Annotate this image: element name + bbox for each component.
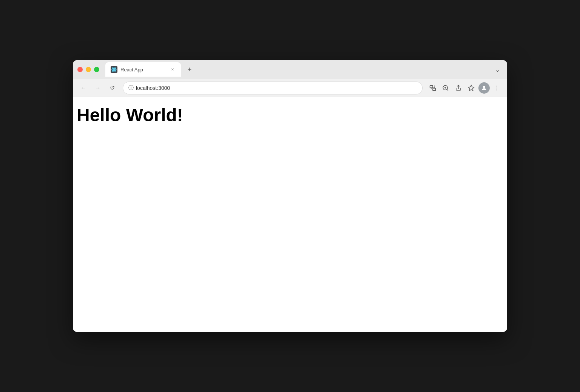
bookmark-icon	[468, 85, 475, 91]
react-favicon	[111, 66, 117, 73]
reload-icon: ↺	[110, 84, 115, 91]
svg-point-23	[497, 87, 497, 88]
forward-icon: →	[95, 85, 101, 91]
page-content: Hello World!	[73, 97, 507, 332]
translate-icon	[429, 85, 436, 91]
page-heading: Hello World!	[77, 105, 503, 125]
info-icon: ⓘ	[128, 85, 134, 91]
svg-point-22	[497, 85, 497, 86]
reload-button[interactable]: ↺	[106, 82, 118, 94]
minimize-button[interactable]	[86, 67, 91, 72]
tab-dropdown-button[interactable]: ⌄	[492, 64, 503, 75]
more-button[interactable]	[491, 82, 503, 94]
tab-close-button[interactable]: ×	[170, 66, 176, 73]
active-tab[interactable]: React App ×	[105, 62, 181, 77]
new-tab-button[interactable]: +	[184, 64, 195, 75]
back-icon: ←	[80, 85, 86, 91]
svg-marker-20	[469, 85, 474, 90]
window-controls	[77, 67, 99, 72]
forward-button[interactable]: →	[92, 82, 104, 94]
back-button[interactable]: ←	[77, 82, 89, 94]
profile-icon	[481, 85, 487, 91]
nav-bar: ← → ↺ ⓘ localhost:3000	[73, 79, 507, 97]
svg-line-16	[447, 89, 448, 90]
bookmark-button[interactable]	[466, 82, 477, 94]
share-button[interactable]	[453, 82, 464, 94]
address-text: localhost:3000	[136, 85, 417, 91]
svg-point-21	[483, 86, 485, 88]
close-button[interactable]	[77, 67, 83, 72]
svg-rect-9	[430, 85, 433, 88]
tab-title: React App	[120, 67, 167, 73]
share-icon	[455, 85, 462, 91]
svg-point-5	[113, 69, 115, 70]
maximize-button[interactable]	[94, 67, 99, 72]
title-bar: React App × + ⌄	[73, 60, 507, 79]
address-bar[interactable]: ⓘ localhost:3000	[123, 82, 423, 94]
zoom-button[interactable]	[440, 82, 451, 94]
zoom-icon	[442, 85, 449, 91]
svg-point-24	[497, 90, 497, 90]
translate-button[interactable]	[427, 82, 438, 94]
svg-rect-10	[433, 88, 436, 90]
nav-actions	[427, 82, 503, 94]
browser-window: React App × + ⌄ ← → ↺ ⓘ localhost:3000	[73, 60, 507, 332]
profile-button[interactable]	[478, 82, 490, 94]
more-icon	[494, 85, 500, 91]
